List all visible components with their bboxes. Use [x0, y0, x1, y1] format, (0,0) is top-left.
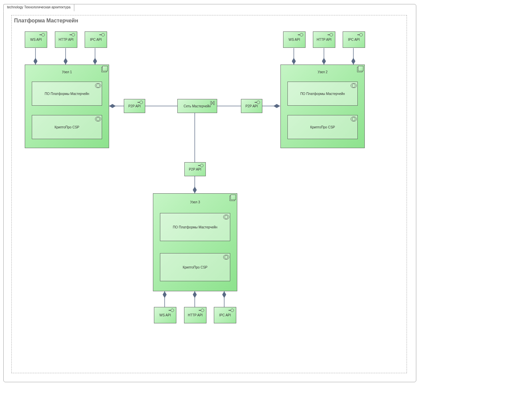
api-ipc-node3: IPC API — [214, 307, 236, 323]
p2p-api-right: P2P API — [241, 99, 262, 113]
api-ipc-node2: IPC API — [343, 31, 365, 48]
network-node: Сеть Мастерчейн — [177, 99, 217, 113]
software-icon — [351, 83, 355, 88]
node3-crypto: КриптоПро CSP — [160, 253, 230, 281]
api-ws-node3: WS API — [154, 307, 176, 323]
api-http-node2: HTTP API — [313, 31, 335, 48]
node2-container: Узел 2 ПО Платформы Мастерчейн КриптоПро… — [280, 65, 365, 148]
platform-title: Платформа Мастерчейн — [14, 18, 78, 24]
svg-rect-30 — [213, 104, 215, 105]
api-http-node3: HTTP API — [184, 307, 206, 323]
outer-frame-tab: technology Технологическая архитектура — [3, 4, 74, 11]
node2-title: Узел 2 — [281, 70, 364, 74]
svg-rect-29 — [210, 104, 211, 105]
software-icon — [223, 215, 228, 219]
interface-icon — [39, 33, 45, 36]
software-icon — [223, 255, 228, 259]
p2p-api-left: P2P API — [124, 99, 145, 113]
p2p-api-bottom: P2P API — [184, 162, 206, 176]
interface-icon — [99, 33, 105, 36]
interface-icon — [229, 309, 234, 312]
svg-rect-27 — [210, 101, 211, 102]
interface-icon — [138, 101, 143, 104]
node2-crypto: КриптоПро CSP — [287, 115, 358, 139]
api-http-node1: HTTP API — [55, 31, 77, 48]
software-icon — [95, 83, 100, 88]
node3-container: Узел 3 ПО Платформы Мастерчейн КриптоПро… — [153, 193, 237, 291]
api-ws-node2: WS API — [283, 31, 306, 48]
software-icon — [351, 117, 355, 121]
interface-icon — [357, 33, 363, 36]
interface-icon — [298, 33, 303, 36]
network-icon — [210, 101, 215, 105]
interface-icon — [199, 309, 204, 312]
node1-container: Узел 1 ПО Платформы Мастерчейн КриптоПро… — [25, 65, 109, 148]
diagram-title: technology Технологическая архитектура — [7, 5, 71, 9]
node1-title: Узел 1 — [25, 70, 109, 74]
node2-soft: ПО Платформы Мастерчейн — [287, 82, 358, 106]
node1-crypto: КриптоПро CSP — [32, 115, 102, 139]
node3-title: Узел 3 — [153, 200, 237, 204]
interface-icon — [70, 33, 75, 36]
node1-soft: ПО Платформы Мастерчейн — [32, 82, 102, 106]
interface-icon — [198, 164, 203, 167]
svg-rect-28 — [213, 101, 215, 102]
node3-soft: ПО Платформы Мастерчейн — [160, 213, 230, 241]
diagram-canvas: technology Технологическая архитектура П… — [0, 0, 514, 420]
api-ipc-node1: IPC API — [85, 31, 107, 48]
software-icon — [95, 117, 100, 121]
interface-icon — [255, 101, 260, 104]
interface-icon — [169, 309, 174, 312]
interface-icon — [328, 33, 333, 36]
api-ws-node1: WS API — [25, 31, 47, 48]
